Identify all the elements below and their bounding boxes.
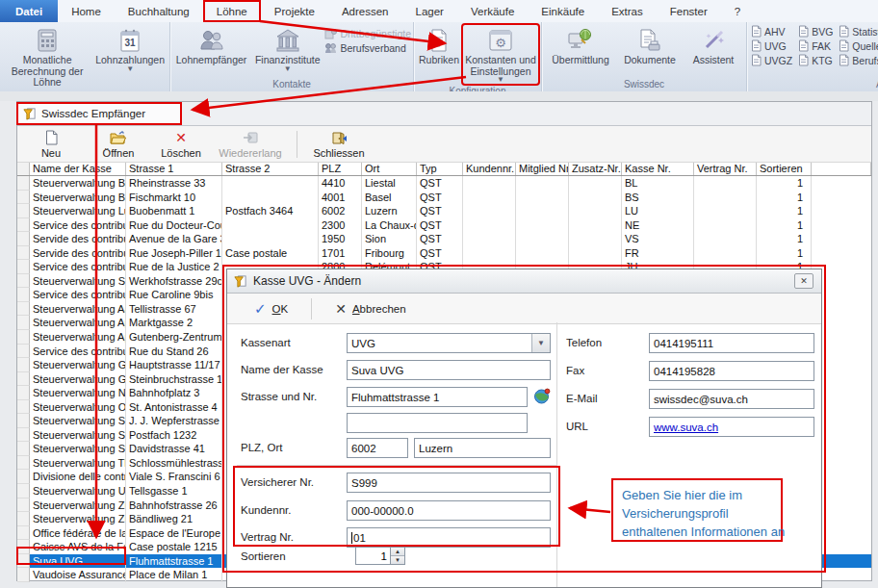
lohnempfaenger-button[interactable]: Lohnempfänger bbox=[172, 24, 250, 68]
column-header[interactable]: Name der Kasse bbox=[30, 163, 126, 175]
close-icon[interactable]: ✕ bbox=[794, 273, 813, 289]
ok-button[interactable]: ✓ OK bbox=[245, 300, 297, 318]
row-selector[interactable] bbox=[17, 484, 30, 499]
abbrechen-button[interactable]: ✕ Abbrechen bbox=[325, 301, 415, 317]
url-input[interactable]: www.suva.ch bbox=[649, 417, 814, 437]
vertrag-input[interactable]: 01 bbox=[347, 527, 551, 548]
ribbon-tab[interactable]: Buchhaltung bbox=[115, 0, 203, 22]
ribbon-tab[interactable]: Lager bbox=[402, 0, 457, 22]
abrechnung-item[interactable]: KTG bbox=[798, 54, 833, 66]
row-selector[interactable] bbox=[17, 512, 30, 526]
abrechnung-item[interactable]: Quellensteuer bbox=[839, 39, 878, 52]
ribbon-tab[interactable]: Einkäufe bbox=[528, 0, 598, 22]
row-selector[interactable] bbox=[17, 499, 30, 513]
row-selector[interactable] bbox=[17, 288, 30, 302]
table-row[interactable]: Service des contributions Rue du Docteur… bbox=[17, 218, 871, 233]
row-selector[interactable] bbox=[17, 218, 30, 233]
plz-input[interactable]: 6002 bbox=[347, 438, 408, 458]
ribbon-tab[interactable]: Home bbox=[58, 0, 115, 22]
ribbon-tab[interactable]: Extras bbox=[598, 0, 657, 22]
column-header[interactable]: Strasse 1 bbox=[126, 163, 222, 175]
row-selector[interactable] bbox=[17, 568, 30, 582]
column-header[interactable]: Zusatz-Nr. bbox=[569, 163, 622, 175]
email-input[interactable]: swissdec@suva.ch bbox=[649, 389, 814, 409]
dialog-titlebar[interactable]: Kasse UVG - Ändern ✕ bbox=[227, 269, 821, 294]
swissdec-empfaenger-tab[interactable]: Swissdec Empfänger bbox=[17, 102, 181, 125]
row-selector[interactable] bbox=[17, 386, 30, 400]
assistent-button[interactable]: Assistent bbox=[683, 24, 744, 68]
column-header[interactable]: Sortieren bbox=[757, 163, 812, 175]
abrechnung-item[interactable]: UVGZ bbox=[751, 54, 792, 66]
ribbon-tab[interactable]: Datei bbox=[0, 0, 58, 22]
row-selector[interactable] bbox=[17, 330, 30, 345]
column-header[interactable]: Vertrag Nr. bbox=[694, 163, 757, 175]
abrechnung-item[interactable]: Berufsverband bbox=[839, 54, 878, 66]
rubriken-button[interactable]: Rubriken bbox=[416, 24, 462, 68]
schliessen-button[interactable]: Schliessen bbox=[307, 130, 371, 159]
neu-button[interactable]: Neu bbox=[29, 130, 73, 159]
name-der-kasse-input[interactable]: Suva UVG bbox=[347, 360, 551, 380]
row-selector[interactable] bbox=[17, 372, 30, 387]
row-selector[interactable] bbox=[17, 302, 30, 317]
row-selector[interactable] bbox=[17, 456, 30, 471]
wiedererlang-button[interactable]: Wiedererlang bbox=[214, 130, 287, 159]
konstanten-einstellungen-button[interactable]: ⚙ Konstanten und Einstellungen ▼ bbox=[462, 24, 539, 85]
drittbeguenstigte-button[interactable]: Drittbegünstigte bbox=[324, 28, 411, 39]
ribbon-tab[interactable]: Löhne bbox=[203, 0, 261, 22]
column-header[interactable]: PLZ bbox=[319, 163, 362, 175]
telefon-input[interactable]: 0414195111 bbox=[649, 333, 814, 353]
abrechnung-item[interactable]: FAK bbox=[798, 39, 833, 52]
abrechnung-item[interactable]: UVG bbox=[751, 39, 792, 52]
row-selector[interactable] bbox=[17, 274, 30, 289]
row-selector[interactable] bbox=[17, 176, 30, 191]
column-header[interactable]: Kasse Nr. bbox=[622, 163, 694, 175]
sortieren-stepper[interactable]: 1 ▲ ▼ bbox=[355, 547, 405, 565]
fax-input[interactable]: 0414195828 bbox=[649, 361, 814, 381]
chevron-down-icon[interactable]: ▼ bbox=[531, 334, 550, 352]
ribbon-tab[interactable]: Adressen bbox=[328, 0, 402, 22]
row-selector[interactable] bbox=[17, 554, 30, 569]
dokumente-button[interactable]: Dokumente bbox=[617, 24, 683, 68]
monatliche-berechnung-button[interactable]: Monatliche Berechnung der Löhne bbox=[2, 24, 92, 90]
strasse-input[interactable]: Fluhmattstrasse 1 bbox=[347, 387, 528, 407]
ribbon-tab[interactable]: Projekte bbox=[261, 0, 328, 22]
ribbon-tab[interactable]: Fenster bbox=[657, 0, 721, 22]
strasse2-input[interactable] bbox=[347, 413, 528, 433]
table-row[interactable]: Steuerverwaltung Basel-L Rheinstrasse 33… bbox=[17, 176, 871, 191]
kassenart-select[interactable]: UVG ▼ bbox=[347, 333, 551, 353]
versicherer-input[interactable]: S999 bbox=[347, 473, 551, 493]
abrechnung-item[interactable]: Statistik bbox=[839, 25, 878, 38]
oeffnen-button[interactable]: Öffnen bbox=[89, 130, 148, 159]
loeschen-button[interactable]: ✕ Löschen bbox=[152, 130, 210, 159]
spin-up-icon[interactable]: ▲ bbox=[391, 548, 404, 556]
column-header[interactable]: Kundennr. bbox=[463, 163, 516, 175]
ort-input[interactable]: Luzern bbox=[414, 438, 551, 458]
lohnzahlungen-button[interactable]: 31 Lohnzahlungen ▼ bbox=[92, 24, 168, 74]
column-header[interactable]: Ort bbox=[362, 163, 417, 175]
table-row[interactable]: Steuerverwaltung Basel-S Fischmarkt 10 4… bbox=[17, 191, 871, 205]
column-header[interactable]: Mitglied Nr. bbox=[516, 163, 569, 175]
globe-icon[interactable] bbox=[533, 388, 551, 405]
row-selector[interactable] bbox=[17, 232, 30, 246]
url-link[interactable]: www.suva.ch bbox=[654, 422, 718, 433]
row-selector[interactable] bbox=[17, 414, 30, 428]
row-selector[interactable] bbox=[17, 470, 30, 484]
abrechnung-item[interactable]: AHV bbox=[751, 25, 792, 38]
row-selector[interactable] bbox=[17, 400, 30, 415]
row-selector[interactable] bbox=[17, 428, 30, 443]
table-row[interactable]: Servide des contributions Avenue de la G… bbox=[17, 232, 871, 246]
abrechnung-item[interactable]: BVG bbox=[798, 25, 833, 38]
table-row[interactable]: Steuerverwaltung Luzern Buobenmatt 1 Pos… bbox=[17, 204, 871, 218]
table-row[interactable]: Servide des contributions Rue Joseph-Pil… bbox=[17, 246, 871, 261]
row-selector[interactable] bbox=[17, 442, 30, 456]
row-selector[interactable] bbox=[17, 345, 30, 359]
finanzinstitute-button[interactable]: Finanzinstitute ▼ bbox=[250, 24, 324, 74]
row-selector[interactable] bbox=[17, 204, 30, 218]
column-header[interactable]: Typ bbox=[417, 163, 463, 175]
berufsverband-button[interactable]: Berufsverband bbox=[324, 42, 411, 54]
row-selector[interactable] bbox=[17, 358, 30, 372]
ribbon-tab[interactable]: ? bbox=[721, 0, 754, 22]
ribbon-tab[interactable]: Verkäufe bbox=[457, 0, 528, 22]
uebermittlung-button[interactable]: Übermittlung bbox=[544, 24, 617, 68]
row-selector[interactable] bbox=[17, 246, 30, 261]
